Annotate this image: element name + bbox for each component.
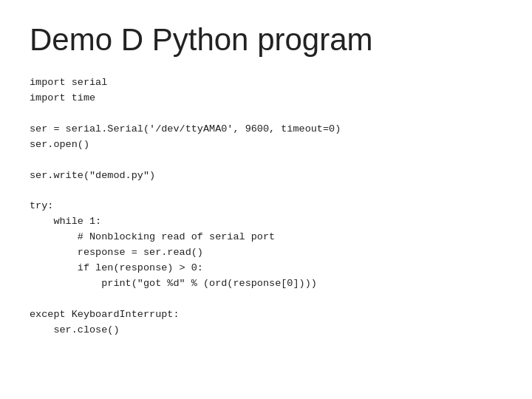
code-line-7: ser.write("demod.py") [30,170,155,181]
code-line-13: if len(response) > 0: [30,262,203,273]
code-line-14: print("got %d" % (ord(response[0]))) [30,278,317,289]
code-line-4: ser = serial.Serial('/dev/ttyAMA0', 9600… [30,123,341,134]
code-line-10: while 1: [30,216,101,227]
slide-title: Demo D Python program [30,22,502,58]
slide-container: Demo D Python program import serial impo… [0,0,532,399]
code-line-16: except KeyboardInterrupt: [30,309,180,320]
code-line-5: ser.open() [30,139,89,150]
code-line-17: ser.close() [30,324,120,335]
code-block: import serial import time ser = serial.S… [30,75,502,338]
code-line-11: # Nonblocking read of serial port [30,231,275,242]
code-line-12: response = ser.read() [30,247,203,258]
code-line-2: import time [30,92,95,103]
code-line-9: try: [30,200,53,211]
code-line-1: import serial [30,77,107,88]
